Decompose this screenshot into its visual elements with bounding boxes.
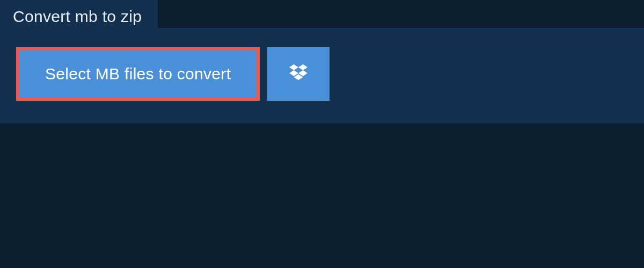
panel-body: Select MB files to convert xyxy=(0,28,644,123)
select-files-label: Select MB files to convert xyxy=(45,65,231,83)
tab-label: Convert mb to zip xyxy=(13,8,142,25)
button-row: Select MB files to convert xyxy=(16,47,628,101)
select-files-button[interactable]: Select MB files to convert xyxy=(16,47,260,101)
dropbox-icon xyxy=(289,64,308,84)
converter-panel: Convert mb to zip Select MB files to con… xyxy=(0,28,644,123)
dropbox-button[interactable] xyxy=(267,47,330,101)
active-tab[interactable]: Convert mb to zip xyxy=(0,0,158,33)
